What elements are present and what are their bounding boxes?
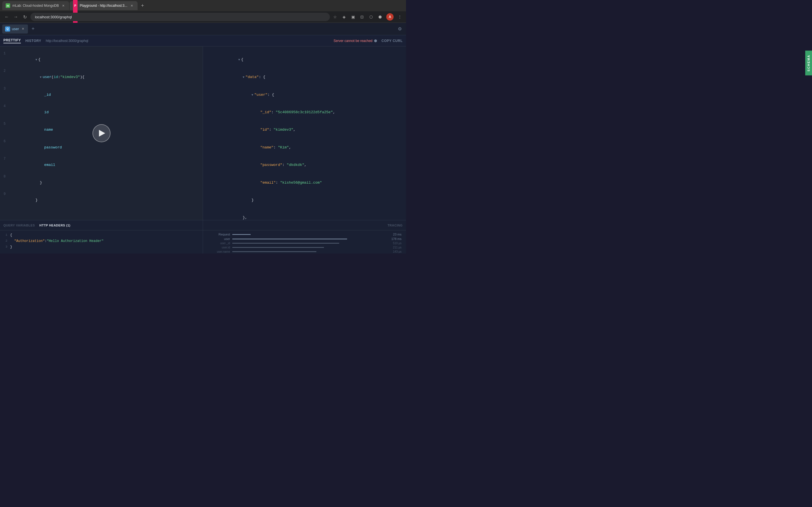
graphql-endpoint-url: http://localhost:3000/graphql [46,39,329,43]
status-dot [374,40,377,42]
bookmark-icon[interactable]: ☆ [332,14,338,20]
bottom-section: QUERY VARIABLES HTTP HEADERS (1) 1 { 2 "… [0,220,406,253]
query-tab-icon: Q [5,26,10,32]
response-editor: ▼{ ▼"data": { ▼"user": { [203,47,406,220]
tab-playground[interactable]: P Playground - http://localhost:3... ✕ [70,1,138,10]
query-line-4: 4 id [0,104,198,121]
http-headers-content[interactable]: 1 { 2 "Authorization":"Hello Authorizati… [0,230,203,253]
tab-playground-label: Playground - http://localhost:3... [80,4,128,8]
address-bar: ← → ↻ ☆ ◈ ▣ ⊡ ⬡ ⬢ A ⋮ [0,11,406,22]
response-line-7: "password": "dkdkdk", [207,156,402,174]
mlab-favicon: m [6,3,10,8]
response-line-6: "name": "Kim", [207,139,402,156]
response-line-4: "_id": "5c4086958c3c10122d5fa25e", [207,104,402,121]
tab-mlab[interactable]: m mLab: Cloud-hosted MongoDB ✕ [2,1,69,10]
cast-icon[interactable]: ▣ [350,14,356,20]
add-query-tab-button[interactable]: + [29,25,37,33]
query-line-1: 1 ▼{ [0,51,198,68]
http-headers-tab[interactable]: HTTP HEADERS (1) [40,224,70,227]
trace-row-user-id2: user.id 211 μs [207,246,402,249]
query-line-3: 3 _id [0,86,198,104]
tracing-header: TRACING [203,220,406,230]
query-tab-label: user [12,27,19,31]
server-status: Server cannot be reached [334,39,377,43]
response-line-8: "email": "kishe56@gmail.com" [207,174,402,191]
menu-icon[interactable]: ⋮ [397,14,403,20]
response-panel: ▼{ ▼"data": { ▼"user": { [203,47,406,220]
playground-settings-icon[interactable]: ⚙ [396,25,404,33]
query-tab-close[interactable]: ✕ [20,27,25,31]
toolbar: PRETTIFY HISTORY http://localhost:3000/g… [0,35,406,47]
query-panel: 1 ▼{ 2 ▼user(id:"kimdev3"){ 3 [0,47,203,220]
browser-actions: ☆ ◈ ▣ ⊡ ⬡ ⬢ A ⋮ [332,13,403,20]
query-line-2: 2 ▼user(id:"kimdev3"){ [0,68,198,86]
trace-row-user-name: user.name 143 μs [207,250,402,253]
graphql-playground: Q user ✕ + ⚙ PRETTIFY HISTORY http://loc… [0,23,406,253]
tracing-title: TRACING [388,224,403,227]
prettify-button[interactable]: PRETTIFY [3,38,21,43]
playground-header: Q user ✕ + ⚙ [0,23,406,35]
trace-row-user: user 178 ms [207,237,402,240]
query-line-7: 7 email [0,156,198,174]
refresh-button[interactable]: ↻ [21,13,28,20]
response-line-1: ▼{ [207,51,402,68]
browser-chrome: m mLab: Cloud-hosted MongoDB ✕ P Playgro… [0,0,406,23]
jetbrains-icon[interactable]: ⬢ [377,14,383,20]
new-tab-button[interactable]: + [138,1,147,10]
play-icon [99,130,105,136]
trace-row-user-id: user._id 510 μs [207,242,402,245]
viber-icon[interactable]: ◈ [341,14,347,20]
tab-mlab-label: mLab: Cloud-hosted MongoDB [12,4,59,8]
query-vars-panel: QUERY VARIABLES HTTP HEADERS (1) 1 { 2 "… [0,220,203,253]
response-line-5: "id": "kimdev3", [207,121,402,139]
tab-bar: m mLab: Cloud-hosted MongoDB ✕ P Playgro… [0,0,406,11]
panel-tabs: QUERY VARIABLES HTTP HEADERS (1) [0,220,203,230]
query-line-8: 8 } [0,174,198,191]
headers-line-3: 3 } [4,244,198,250]
tracing-content: Request 23 ms user 178 ms user._id [203,230,406,253]
trace-row-request: Request 23 ms [207,233,402,236]
response-line-9: } [207,191,402,209]
back-button[interactable]: ← [3,13,10,20]
copy-curl-button[interactable]: COPY CURL [382,39,403,43]
playground-query-tab[interactable]: Q user ✕ [2,24,28,34]
headers-line-1: 1 { [4,233,198,238]
headers-line-2: 2 "Authorization":"Hello Authorization H… [4,238,198,244]
forward-button[interactable]: → [12,13,19,20]
tab-mlab-close[interactable]: ✕ [61,3,66,8]
tracing-panel: TRACING Request 23 ms user 178 [203,220,406,253]
response-line-10: }, [207,209,402,220]
tab-playground-close[interactable]: ✕ [130,3,134,8]
query-line-9: 9 } [0,191,198,209]
address-input[interactable] [31,13,330,21]
user-avatar[interactable]: A [386,13,394,20]
execute-query-button[interactable] [93,124,110,142]
extension-icon[interactable]: ⬡ [368,14,374,20]
history-button[interactable]: HISTORY [26,39,41,43]
response-line-3: ▼"user": { [207,86,402,104]
query-variables-tab[interactable]: QUERY VARIABLES [3,224,35,227]
response-line-2: ▼"data": { [207,68,402,86]
server-status-text: Server cannot be reached [334,39,372,43]
screensaver-icon[interactable]: ⊡ [359,14,365,20]
editor-area: 1 ▼{ 2 ▼user(id:"kimdev3"){ 3 [0,47,406,220]
